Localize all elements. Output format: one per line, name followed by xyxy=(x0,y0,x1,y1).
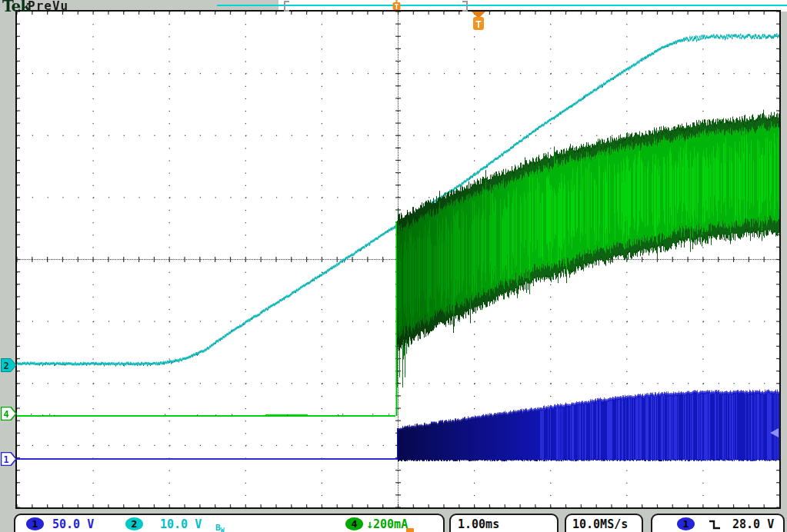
channel-1-scale: 50.0 V xyxy=(52,517,94,531)
acquisition-status: PreVu xyxy=(28,0,68,13)
record-trigger-marker-label: T xyxy=(395,3,399,11)
record-trigger-marker[interactable]: T xyxy=(392,0,402,11)
trigger-level: 28.0 V xyxy=(732,517,774,531)
channel-2-badge[interactable]: 2 xyxy=(125,517,143,530)
bw-letter: B xyxy=(215,523,221,532)
channel-readouts-box[interactable]: 1 50.0 V 2 10.0 V BW 4 ↓200mA xyxy=(14,514,445,532)
trigger-flag-label: T xyxy=(475,18,482,30)
sample-rate-box[interactable]: 10.0MS/s 10k points xyxy=(565,514,643,532)
bandwidth-limit-indicator: BW xyxy=(215,519,224,532)
channel-2-marker-label: 2 xyxy=(3,361,8,371)
record-window-left-bracket[interactable] xyxy=(284,1,289,12)
horizontal-scale: 1.00ms xyxy=(458,517,499,531)
trigger-source-badge[interactable]: 1 xyxy=(677,517,695,530)
channel-4-scale: ↓200mA xyxy=(366,517,408,531)
bw-subscript: W xyxy=(221,527,225,532)
trigger-readout-box[interactable]: 1 28.0 V xyxy=(651,514,785,532)
channel-2-scale: 10.0 V xyxy=(160,517,202,531)
channel-4-position-marker[interactable]: 4 xyxy=(1,407,17,421)
waveform-display xyxy=(0,0,787,532)
channel-1-level-arrow xyxy=(769,427,780,438)
channel-1-position-marker[interactable]: 1 xyxy=(1,452,17,466)
channel-1-marker-label: 1 xyxy=(3,454,8,465)
trigger-position-flag[interactable]: T xyxy=(472,12,485,32)
trigger-position-readout-partial xyxy=(406,528,414,532)
channel-4-badge[interactable]: 4 xyxy=(345,517,363,530)
horizontal-scale-box[interactable]: 1.00ms xyxy=(449,514,559,532)
sample-rate: 10.0MS/s xyxy=(572,517,628,531)
channel-2-position-marker[interactable]: 2 xyxy=(1,358,17,372)
record-window-right-bracket[interactable] xyxy=(462,1,468,12)
channel-1-badge[interactable]: 1 xyxy=(26,517,44,530)
falling-edge-icon xyxy=(708,519,722,530)
tek-logo: Tek xyxy=(2,0,30,15)
channel-4-marker-label: 4 xyxy=(3,409,8,420)
readout-bar: 1 50.0 V 2 10.0 V BW 4 ↓200mA 1.00ms 10.… xyxy=(0,512,787,532)
